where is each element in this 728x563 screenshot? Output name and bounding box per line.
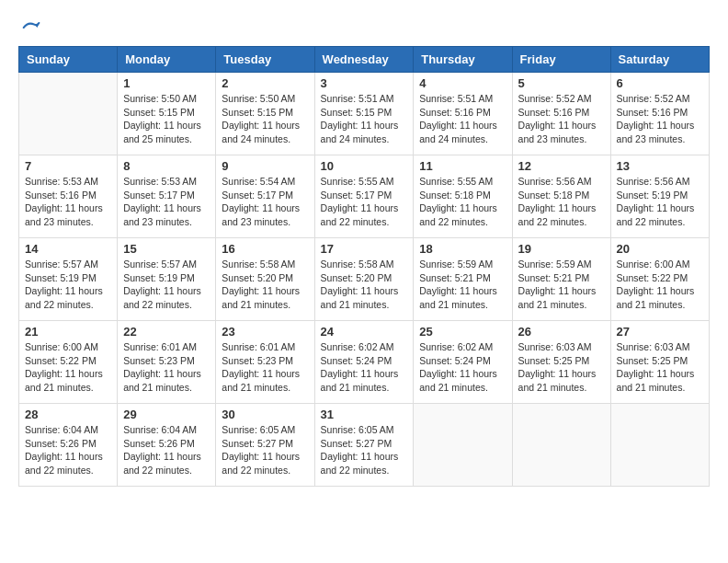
- day-info: Sunrise: 6:00 AMSunset: 5:22 PMDaylight:…: [617, 258, 703, 312]
- calendar-cell: 7Sunrise: 5:53 AMSunset: 5:16 PMDaylight…: [19, 155, 118, 238]
- day-info: Sunrise: 6:03 AMSunset: 5:25 PMDaylight:…: [518, 340, 605, 395]
- calendar-cell: 9Sunrise: 5:54 AMSunset: 5:17 PMDaylight…: [216, 155, 314, 238]
- day-info: Sunrise: 5:51 AMSunset: 5:16 PMDaylight:…: [419, 92, 506, 146]
- day-number: 4: [419, 76, 506, 90]
- calendar-cell: 14Sunrise: 5:57 AMSunset: 5:19 PMDayligh…: [19, 238, 118, 321]
- day-number: 1: [123, 76, 210, 90]
- calendar-cell: 18Sunrise: 5:59 AMSunset: 5:21 PMDayligh…: [414, 238, 512, 321]
- day-info: Sunrise: 5:56 AMSunset: 5:19 PMDaylight:…: [617, 175, 703, 229]
- day-number: 25: [419, 325, 506, 339]
- day-info: Sunrise: 6:02 AMSunset: 5:24 PMDaylight:…: [321, 340, 408, 395]
- day-info: Sunrise: 5:53 AMSunset: 5:17 PMDaylight:…: [123, 175, 210, 229]
- day-number: 7: [25, 159, 111, 173]
- day-number: 13: [617, 159, 703, 173]
- calendar-cell: 10Sunrise: 5:55 AMSunset: 5:17 PMDayligh…: [314, 155, 414, 238]
- day-number: 12: [518, 159, 605, 173]
- calendar-cell: 26Sunrise: 6:03 AMSunset: 5:25 PMDayligh…: [512, 321, 610, 404]
- calendar-cell: 22Sunrise: 6:01 AMSunset: 5:23 PMDayligh…: [118, 321, 216, 404]
- day-number: 26: [518, 325, 605, 339]
- day-info: Sunrise: 5:55 AMSunset: 5:17 PMDaylight:…: [321, 175, 408, 229]
- calendar-cell: 8Sunrise: 5:53 AMSunset: 5:17 PMDaylight…: [118, 155, 216, 238]
- calendar-cell: 1Sunrise: 5:50 AMSunset: 5:15 PMDaylight…: [118, 73, 216, 155]
- day-info: Sunrise: 6:00 AMSunset: 5:22 PMDaylight:…: [25, 340, 111, 395]
- day-number: 15: [123, 242, 210, 256]
- calendar-cell: 11Sunrise: 5:55 AMSunset: 5:18 PMDayligh…: [414, 155, 512, 238]
- day-info: Sunrise: 6:03 AMSunset: 5:25 PMDaylight:…: [617, 340, 703, 395]
- day-number: 30: [222, 408, 308, 421]
- day-number: 29: [123, 408, 210, 421]
- calendar-cell: [512, 404, 610, 487]
- day-number: 28: [25, 408, 111, 421]
- day-info: Sunrise: 5:57 AMSunset: 5:19 PMDaylight:…: [123, 258, 210, 312]
- day-number: 22: [123, 325, 210, 339]
- calendar-cell: 21Sunrise: 6:00 AMSunset: 5:22 PMDayligh…: [19, 321, 118, 404]
- calendar-cell: 17Sunrise: 5:58 AMSunset: 5:20 PMDayligh…: [314, 238, 414, 321]
- week-row-2: 7Sunrise: 5:53 AMSunset: 5:16 PMDaylight…: [19, 155, 710, 238]
- day-info: Sunrise: 5:55 AMSunset: 5:18 PMDaylight:…: [419, 175, 506, 229]
- day-info: Sunrise: 5:56 AMSunset: 5:18 PMDaylight:…: [518, 175, 605, 229]
- day-number: 31: [321, 408, 408, 421]
- day-number: 5: [518, 76, 605, 90]
- day-info: Sunrise: 5:58 AMSunset: 5:20 PMDaylight:…: [321, 258, 408, 312]
- day-number: 14: [25, 242, 111, 256]
- calendar-cell: 25Sunrise: 6:02 AMSunset: 5:24 PMDayligh…: [414, 321, 512, 404]
- calendar-cell: 20Sunrise: 6:00 AMSunset: 5:22 PMDayligh…: [610, 238, 709, 321]
- calendar-cell: 12Sunrise: 5:56 AMSunset: 5:18 PMDayligh…: [512, 155, 610, 238]
- day-number: 8: [123, 159, 210, 173]
- calendar-cell: 27Sunrise: 6:03 AMSunset: 5:25 PMDayligh…: [610, 321, 709, 404]
- day-info: Sunrise: 5:53 AMSunset: 5:16 PMDaylight:…: [25, 175, 111, 229]
- logo-icon: [22, 18, 40, 37]
- calendar-cell: 16Sunrise: 5:58 AMSunset: 5:20 PMDayligh…: [216, 238, 314, 321]
- day-info: Sunrise: 5:51 AMSunset: 5:15 PMDaylight:…: [321, 92, 408, 146]
- day-info: Sunrise: 5:50 AMSunset: 5:15 PMDaylight:…: [123, 92, 210, 146]
- calendar-cell: 19Sunrise: 5:59 AMSunset: 5:21 PMDayligh…: [512, 238, 610, 321]
- day-number: 9: [222, 159, 308, 173]
- day-info: Sunrise: 5:52 AMSunset: 5:16 PMDaylight:…: [617, 92, 703, 146]
- day-info: Sunrise: 6:05 AMSunset: 5:27 PMDaylight:…: [222, 423, 308, 477]
- calendar-cell: 4Sunrise: 5:51 AMSunset: 5:16 PMDaylight…: [414, 73, 512, 155]
- calendar-cell: 2Sunrise: 5:50 AMSunset: 5:15 PMDaylight…: [216, 73, 314, 155]
- day-number: 11: [419, 159, 506, 173]
- page-header: [18, 18, 710, 37]
- calendar-cell: [610, 404, 709, 487]
- day-info: Sunrise: 5:59 AMSunset: 5:21 PMDaylight:…: [518, 258, 605, 312]
- day-number: 10: [321, 159, 408, 173]
- calendar-cell: 29Sunrise: 6:04 AMSunset: 5:26 PMDayligh…: [118, 404, 216, 487]
- calendar-cell: 6Sunrise: 5:52 AMSunset: 5:16 PMDaylight…: [610, 73, 709, 155]
- calendar-cell: 28Sunrise: 6:04 AMSunset: 5:26 PMDayligh…: [19, 404, 118, 487]
- week-row-4: 21Sunrise: 6:00 AMSunset: 5:22 PMDayligh…: [19, 321, 710, 404]
- week-row-3: 14Sunrise: 5:57 AMSunset: 5:19 PMDayligh…: [19, 238, 710, 321]
- calendar-header-row: SundayMondayTuesdayWednesdayThursdayFrid…: [19, 47, 710, 73]
- day-number: 20: [617, 242, 703, 256]
- calendar-table: SundayMondayTuesdayWednesdayThursdayFrid…: [18, 46, 710, 487]
- calendar-cell: [414, 404, 512, 487]
- day-number: 18: [419, 242, 506, 256]
- weekday-header-saturday: Saturday: [610, 47, 709, 73]
- day-info: Sunrise: 5:59 AMSunset: 5:21 PMDaylight:…: [419, 258, 506, 312]
- weekday-header-wednesday: Wednesday: [314, 47, 414, 73]
- day-number: 17: [321, 242, 408, 256]
- calendar-cell: 3Sunrise: 5:51 AMSunset: 5:15 PMDaylight…: [314, 73, 414, 155]
- day-number: 19: [518, 242, 605, 256]
- day-number: 27: [617, 325, 703, 339]
- weekday-header-thursday: Thursday: [414, 47, 512, 73]
- day-info: Sunrise: 5:52 AMSunset: 5:16 PMDaylight:…: [518, 92, 605, 146]
- day-info: Sunrise: 5:54 AMSunset: 5:17 PMDaylight:…: [222, 175, 308, 229]
- logo: [18, 18, 40, 37]
- day-info: Sunrise: 5:50 AMSunset: 5:15 PMDaylight:…: [222, 92, 308, 146]
- day-info: Sunrise: 6:02 AMSunset: 5:24 PMDaylight:…: [419, 340, 506, 395]
- calendar-cell: 31Sunrise: 6:05 AMSunset: 5:27 PMDayligh…: [314, 404, 414, 487]
- day-number: 16: [222, 242, 308, 256]
- week-row-1: 1Sunrise: 5:50 AMSunset: 5:15 PMDaylight…: [19, 73, 710, 155]
- week-row-5: 28Sunrise: 6:04 AMSunset: 5:26 PMDayligh…: [19, 404, 710, 487]
- weekday-header-monday: Monday: [118, 47, 216, 73]
- weekday-header-tuesday: Tuesday: [216, 47, 314, 73]
- weekday-header-friday: Friday: [512, 47, 610, 73]
- day-number: 2: [222, 76, 308, 90]
- calendar-cell: 24Sunrise: 6:02 AMSunset: 5:24 PMDayligh…: [314, 321, 414, 404]
- day-number: 23: [222, 325, 308, 339]
- day-number: 21: [25, 325, 111, 339]
- calendar-cell: [19, 73, 118, 155]
- day-info: Sunrise: 5:58 AMSunset: 5:20 PMDaylight:…: [222, 258, 308, 312]
- day-number: 3: [321, 76, 408, 90]
